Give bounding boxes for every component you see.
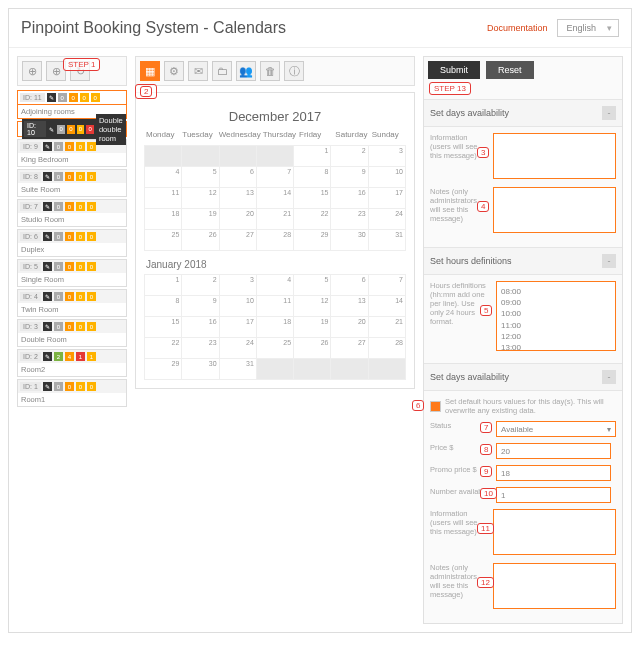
calendar-icon[interactable]: ▦	[140, 61, 160, 81]
calendar-cell[interactable]: 20	[331, 317, 367, 337]
calendar-cell[interactable]: 14	[257, 188, 293, 208]
calendar-cell[interactable]: 7	[369, 275, 405, 295]
calendar-cell[interactable]: 24	[220, 338, 256, 358]
number-input[interactable]	[496, 487, 611, 503]
room-item[interactable]: ID: 5✎0000Single Room	[17, 259, 127, 287]
calendar-cell[interactable]: 20	[220, 209, 256, 229]
calendar-cell[interactable]: 27	[331, 338, 367, 358]
room-item[interactable]: ID: 6✎0000Duplex	[17, 229, 127, 257]
promo-input[interactable]	[496, 465, 611, 481]
calendar-cell[interactable]: 24	[369, 209, 405, 229]
calendar-cell[interactable]: 15	[294, 188, 330, 208]
info-icon[interactable]: ⓘ	[284, 61, 304, 81]
room-item[interactable]: ID: 1✎0000Room1	[17, 379, 127, 407]
info-textarea-2[interactable]	[493, 509, 616, 555]
calendar-cell[interactable]: 28	[369, 338, 405, 358]
calendar-cell[interactable]: 1	[145, 275, 181, 295]
tag-icon[interactable]: ✉	[188, 61, 208, 81]
trash-icon[interactable]: 🗑	[260, 61, 280, 81]
calendar-cell[interactable]: 29	[145, 359, 181, 379]
hours-definitions-input[interactable]: 08:0009:0010:0011:0012:0013:00	[496, 281, 616, 351]
calendar-cell[interactable]: 12	[182, 188, 218, 208]
calendar-cell[interactable]: 10	[369, 167, 405, 187]
folder-icon[interactable]: 🗀	[212, 61, 232, 81]
calendar-cell[interactable]: 17	[220, 317, 256, 337]
calendar-cell[interactable]: 19	[294, 317, 330, 337]
calendar-cell[interactable]: 30	[182, 359, 218, 379]
language-select[interactable]: English	[557, 19, 619, 37]
calendar-cell[interactable]: 8	[145, 296, 181, 316]
room-item[interactable]: ID: 8✎0000Suite Room	[17, 169, 127, 197]
collapse-icon[interactable]: -	[602, 254, 616, 268]
add-icon[interactable]: ⊕	[22, 61, 42, 81]
room-item[interactable]: ID: 7✎0000Studio Room	[17, 199, 127, 227]
default-hours-checkbox[interactable]	[430, 401, 441, 412]
calendar-cell[interactable]: 18	[257, 317, 293, 337]
room-item[interactable]: ID: 10✎0000Double double room	[17, 121, 127, 137]
calendar-cell[interactable]: 2	[331, 146, 367, 166]
calendar-cell[interactable]: 17	[369, 188, 405, 208]
add-icon-2[interactable]: ⊕	[46, 61, 66, 81]
calendar-cell[interactable]: 5	[182, 167, 218, 187]
calendar-cell[interactable]: 6	[220, 167, 256, 187]
calendar-cell[interactable]: 21	[257, 209, 293, 229]
calendar-cell[interactable]: 27	[220, 230, 256, 250]
calendar-cell[interactable]: 23	[182, 338, 218, 358]
reset-button[interactable]: Reset	[486, 61, 534, 79]
collapse-icon[interactable]: -	[602, 370, 616, 384]
status-select[interactable]: Available▾	[496, 421, 616, 437]
calendar-cell[interactable]: 12	[294, 296, 330, 316]
submit-button[interactable]: Submit	[428, 61, 480, 79]
calendar-cell[interactable]: 10	[220, 296, 256, 316]
calendar-cell[interactable]: 8	[294, 167, 330, 187]
calendar-cell[interactable]: 2	[182, 275, 218, 295]
calendar-cell[interactable]: 13	[220, 188, 256, 208]
calendar-cell[interactable]: 15	[145, 317, 181, 337]
info-textarea[interactable]	[493, 133, 616, 179]
calendar-cell[interactable]: 16	[331, 188, 367, 208]
calendar-cell[interactable]: 7	[257, 167, 293, 187]
calendar-cell[interactable]: 18	[145, 209, 181, 229]
collapse-icon[interactable]: -	[602, 106, 616, 120]
calendar-cell[interactable]: 29	[294, 230, 330, 250]
calendar-cell[interactable]: 19	[182, 209, 218, 229]
room-item[interactable]: ID: 4✎0000Twin Room	[17, 289, 127, 317]
calendar-cell[interactable]: 14	[369, 296, 405, 316]
calendar-cell[interactable]: 9	[182, 296, 218, 316]
room-item[interactable]: ID: 2✎2411Room2	[17, 349, 127, 377]
refresh-icon[interactable]: ↻	[70, 61, 90, 81]
calendar-cell[interactable]: 4	[145, 167, 181, 187]
calendar-cell[interactable]: 31	[369, 230, 405, 250]
calendar-cell[interactable]: 26	[294, 338, 330, 358]
price-input[interactable]	[496, 443, 611, 459]
calendar-cell[interactable]: 11	[145, 188, 181, 208]
notes-textarea-2[interactable]	[493, 563, 616, 609]
calendar-cell[interactable]: 25	[145, 230, 181, 250]
gear-icon[interactable]: ⚙	[164, 61, 184, 81]
notes-textarea[interactable]	[493, 187, 616, 233]
calendar-cell[interactable]: 26	[182, 230, 218, 250]
calendar-grid-jan[interactable]: 1234567891011121314151617181920212223242…	[144, 274, 406, 380]
users-icon[interactable]: 👥	[236, 61, 256, 81]
documentation-link[interactable]: Documentation	[487, 23, 548, 33]
calendar-cell[interactable]: 16	[182, 317, 218, 337]
calendar-cell[interactable]: 6	[331, 275, 367, 295]
room-item[interactable]: ID: 3✎0000Double Room	[17, 319, 127, 347]
calendar-cell[interactable]: 3	[369, 146, 405, 166]
calendar-cell[interactable]: 28	[257, 230, 293, 250]
calendar-cell[interactable]: 22	[294, 209, 330, 229]
calendar-cell[interactable]: 4	[257, 275, 293, 295]
calendar-cell[interactable]: 11	[257, 296, 293, 316]
calendar-cell[interactable]: 1	[294, 146, 330, 166]
calendar-cell[interactable]: 3	[220, 275, 256, 295]
calendar-cell[interactable]: 21	[369, 317, 405, 337]
calendar-cell[interactable]: 31	[220, 359, 256, 379]
calendar-cell[interactable]: 9	[331, 167, 367, 187]
calendar-grid-dec[interactable]: 1234567891011121314151617181920212223242…	[144, 145, 406, 251]
calendar-cell[interactable]: 13	[331, 296, 367, 316]
calendar-cell[interactable]: 5	[294, 275, 330, 295]
calendar-cell[interactable]: 22	[145, 338, 181, 358]
calendar-cell[interactable]: 23	[331, 209, 367, 229]
calendar-cell[interactable]: 25	[257, 338, 293, 358]
calendar-cell[interactable]: 30	[331, 230, 367, 250]
